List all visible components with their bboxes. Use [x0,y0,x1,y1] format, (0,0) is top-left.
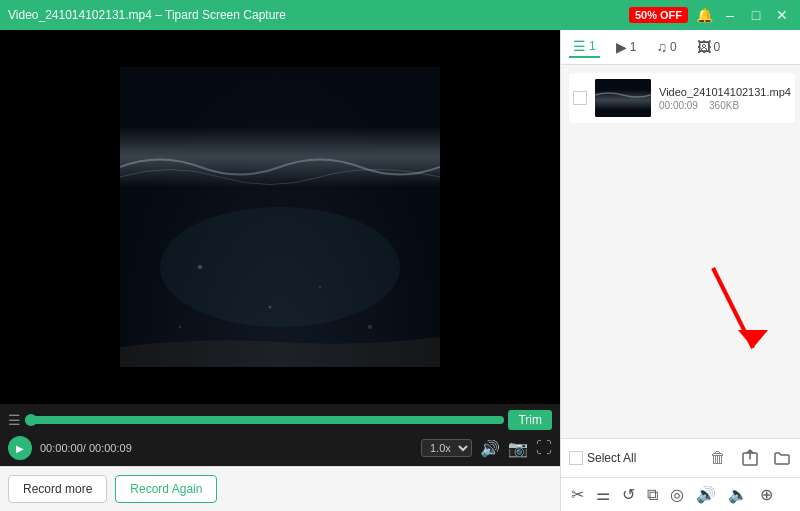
tab-image[interactable]: 🖼 0 [693,37,725,57]
promo-badge[interactable]: 50% OFF [629,7,688,23]
toolbar-icons: 🗑 [705,445,795,471]
video-frame-svg [120,67,440,367]
minimize-button[interactable]: – [720,8,740,22]
svg-marker-9 [738,330,768,348]
tab-audio[interactable]: ♫ 0 [652,37,680,57]
controls-bar: ☰ Trim ▶ 00:00:00/ 00:00:09 1.0x0.5x1.5x… [0,404,560,466]
speed-selector[interactable]: 1.0x0.5x1.5x2.0x [421,439,472,457]
file-checkbox[interactable] [573,91,587,105]
svg-point-4 [319,286,321,288]
title-bar-controls: 50% OFF 🔔 – □ ✕ [629,7,792,23]
cut-tool[interactable]: ✂ [569,483,586,506]
play-icon: ▶ [616,39,627,55]
bell-icon[interactable]: 🔔 [694,8,714,22]
record-again-button[interactable]: Record Again [115,475,217,503]
image-icon: 🖼 [697,39,711,55]
play-button[interactable]: ▶ [8,436,32,460]
file-info: Video_241014102131.mp4 00:00:09 360KB [659,86,791,111]
list-icon: ☰ [573,38,586,54]
svg-point-3 [269,306,272,309]
rotate-tool[interactable]: ↺ [620,483,637,506]
volume-icon[interactable]: 🔊 [480,439,500,458]
left-panel: ☰ Trim ▶ 00:00:00/ 00:00:09 1.0x0.5x1.5x… [0,30,560,511]
svg-rect-0 [120,67,440,367]
tab-record[interactable]: ▶ 1 [612,37,641,57]
right-panel-wrapper: ☰ 1 ▶ 1 ♫ 0 🖼 0 [560,30,800,511]
folder-button[interactable] [769,445,795,471]
svg-point-5 [368,325,372,329]
record-more-button[interactable]: Record more [8,475,107,503]
close-button[interactable]: ✕ [772,8,792,22]
maximize-button[interactable]: □ [746,8,766,22]
trim-button[interactable]: Trim [508,410,552,430]
title-bar-left: Video_241014102131.mp4 – Tipard Screen C… [8,8,286,22]
tab-video[interactable]: ☰ 1 [569,36,600,58]
adjust-tool[interactable]: ⚌ [594,483,612,506]
video-canvas [120,67,440,367]
volume-tool[interactable]: 🔈 [726,483,750,506]
timeline-track[interactable] [25,416,504,424]
playback-icons: 🔊 📷 ⛶ [480,439,552,458]
file-meta: 00:00:09 360KB [659,100,791,111]
duplicate-tool[interactable]: ⧉ [645,484,660,506]
fullscreen-icon[interactable]: ⛶ [536,439,552,457]
title-bar: Video_241014102131.mp4 – Tipard Screen C… [0,0,800,30]
bottom-bar: Record more Record Again [0,466,560,511]
list-item[interactable]: Video_241014102131.mp4 00:00:09 360KB [569,73,795,123]
svg-rect-7 [595,79,651,117]
select-all-label: Select All [587,451,636,465]
svg-point-1 [160,207,400,327]
select-all-row: Select All [569,451,701,465]
svg-line-8 [713,268,753,348]
video-preview [0,30,560,404]
audio-tool[interactable]: 🔊 [694,483,718,506]
camera-icon[interactable]: 📷 [508,439,528,458]
playback-row: ▶ 00:00:00/ 00:00:09 1.0x0.5x1.5x2.0x 🔊 … [8,436,552,460]
red-arrow-annotation [693,258,773,378]
file-list: Video_241014102131.mp4 00:00:09 360KB [561,65,800,260]
svg-point-2 [198,265,202,269]
tabs-row: ☰ 1 ▶ 1 ♫ 0 🖼 0 [561,30,800,65]
main-area: ☰ Trim ▶ 00:00:00/ 00:00:09 1.0x0.5x1.5x… [0,30,800,511]
export-button[interactable] [737,445,763,471]
tools-row: ✂ ⚌ ↺ ⧉ ◎ 🔊 🔈 ⊕ [561,477,800,511]
more-tool[interactable]: ⊕ [758,483,775,506]
file-thumbnail [595,79,651,117]
svg-point-6 [179,326,182,329]
app-title: Video_241014102131.mp4 – Tipard Screen C… [8,8,286,22]
delete-button[interactable]: 🗑 [705,445,731,471]
music-icon: ♫ [656,39,667,55]
timeline-row: ☰ Trim [8,410,552,430]
bottom-toolbar: Select All 🗑 [561,438,800,477]
select-all-checkbox[interactable] [569,451,583,465]
effect-tool[interactable]: ◎ [668,483,686,506]
timeline-thumb[interactable] [25,414,37,426]
right-panel: ☰ 1 ▶ 1 ♫ 0 🖼 0 [560,30,800,511]
time-display: 00:00:00/ 00:00:09 [40,442,132,454]
menu-icon[interactable]: ☰ [8,412,21,428]
file-name: Video_241014102131.mp4 [659,86,791,98]
